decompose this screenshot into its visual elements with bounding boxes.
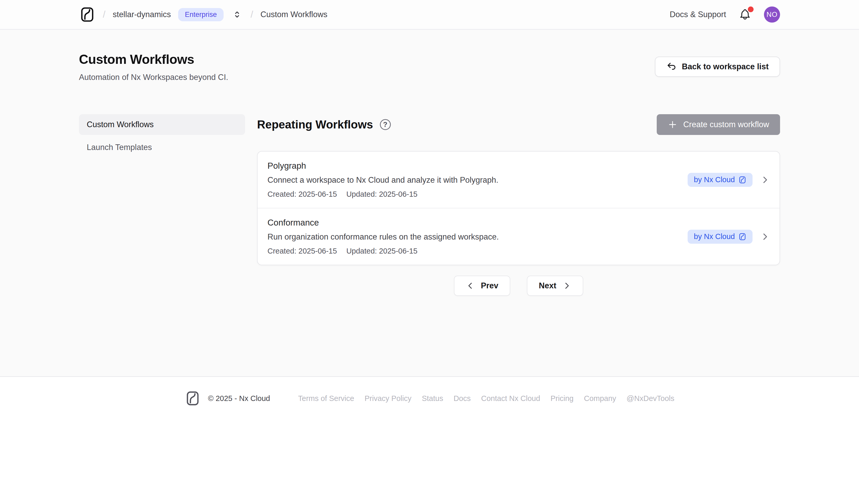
workflow-info: Polygraph Connect a workspace to Nx Clou…	[268, 161, 688, 199]
section-title-wrap: Repeating Workflows ?	[257, 118, 391, 131]
section-header: Repeating Workflows ? Create custom work…	[257, 114, 780, 135]
notifications-button[interactable]	[737, 7, 753, 22]
nx-logo-small-icon	[739, 233, 746, 241]
workflow-row-polygraph[interactable]: Polygraph Connect a workspace to Nx Clou…	[258, 152, 780, 208]
chevron-left-icon	[466, 281, 475, 290]
workflow-created: Created: 2025-06-15	[268, 247, 337, 255]
sidebar-item-custom-workflows[interactable]: Custom Workflows	[79, 114, 245, 135]
page-title: Custom Workflows	[79, 52, 228, 67]
unfold-chevrons-icon	[232, 9, 242, 20]
back-button-label: Back to workspace list	[682, 62, 769, 71]
repeating-workflows-section: Repeating Workflows ? Create custom work…	[257, 114, 780, 296]
page-container: Custom Workflows Automation of Nx Worksp…	[79, 52, 780, 296]
footer-link-nxdevtools[interactable]: @NxDevTools	[627, 394, 674, 403]
help-icon[interactable]: ?	[380, 119, 391, 130]
footer-link-pricing[interactable]: Pricing	[551, 394, 574, 403]
workflow-created: Created: 2025-06-15	[268, 190, 337, 199]
main-content: Custom Workflows Automation of Nx Worksp…	[0, 30, 859, 377]
create-button-label: Create custom workflow	[683, 120, 769, 129]
return-arrow-icon	[666, 61, 677, 72]
footer-brand: © 2025 - Nx Cloud	[185, 390, 270, 407]
next-label: Next	[539, 281, 556, 290]
workflow-updated: Updated: 2025-06-15	[346, 247, 418, 255]
prev-label: Prev	[481, 281, 498, 290]
notification-dot	[748, 6, 754, 12]
footer-link-privacy[interactable]: Privacy Policy	[365, 394, 411, 403]
footer-links: Terms of Service Privacy Policy Status D…	[298, 394, 674, 403]
by-nx-cloud-badge: by Nx Cloud	[688, 230, 753, 244]
footer-link-status[interactable]: Status	[422, 394, 443, 403]
workflow-info: Conformance Run organization conformance…	[268, 218, 688, 255]
avatar[interactable]: NO	[764, 6, 780, 22]
workflow-description: Connect a workspace to Nx Cloud and anal…	[268, 175, 688, 185]
workflow-name: Conformance	[268, 218, 688, 228]
workflow-description: Run organization conformance rules on th…	[268, 232, 688, 242]
page-header-text: Custom Workflows Automation of Nx Worksp…	[79, 52, 228, 82]
page-subtitle: Automation of Nx Workspaces beyond CI.	[79, 73, 228, 82]
prev-page-button[interactable]: Prev	[454, 276, 510, 296]
workflow-row-conformance[interactable]: Conformance Run organization conformance…	[258, 208, 780, 265]
workflows-card: Polygraph Connect a workspace to Nx Clou…	[257, 151, 780, 265]
create-custom-workflow-button[interactable]: Create custom workflow	[657, 114, 780, 135]
docs-support-link[interactable]: Docs & Support	[670, 10, 726, 19]
settings-sidebar: Custom Workflows Launch Templates	[79, 114, 245, 158]
top-navbar: / stellar-dynamics Enterprise / Custom W…	[0, 0, 859, 30]
enterprise-badge: Enterprise	[178, 8, 224, 21]
footer-inner: © 2025 - Nx Cloud Terms of Service Priva…	[0, 390, 859, 407]
workflow-meta: Created: 2025-06-15 Updated: 2025-06-15	[268, 247, 688, 255]
by-nx-cloud-badge: by Nx Cloud	[688, 173, 753, 187]
workflow-updated: Updated: 2025-06-15	[346, 190, 418, 199]
breadcrumb-separator: /	[251, 9, 253, 20]
workspace-switcher-button[interactable]	[231, 8, 243, 21]
footer-link-contact[interactable]: Contact Nx Cloud	[481, 394, 540, 403]
pagination: Prev Next	[257, 276, 780, 296]
chevron-right-icon	[760, 232, 770, 241]
body-grid: Custom Workflows Launch Templates Repeat…	[79, 114, 780, 296]
workflow-name: Polygraph	[268, 161, 688, 171]
back-to-workspace-list-button[interactable]: Back to workspace list	[655, 57, 780, 77]
badge-label: by Nx Cloud	[694, 176, 735, 183]
breadcrumb: / stellar-dynamics Enterprise / Custom W…	[79, 6, 328, 23]
page-footer: © 2025 - Nx Cloud Terms of Service Priva…	[0, 377, 859, 422]
chevron-right-icon	[760, 175, 770, 184]
next-page-button[interactable]: Next	[527, 276, 583, 296]
workflow-row-right: by Nx Cloud	[688, 173, 770, 187]
copyright-text: © 2025 - Nx Cloud	[208, 394, 270, 403]
nx-logo-small-icon	[739, 176, 746, 184]
page-header: Custom Workflows Automation of Nx Worksp…	[79, 52, 780, 82]
footer-link-company[interactable]: Company	[584, 394, 616, 403]
nx-cloud-footer-logo-icon[interactable]	[185, 390, 201, 407]
sidebar-item-launch-templates[interactable]: Launch Templates	[79, 137, 245, 158]
footer-link-terms[interactable]: Terms of Service	[298, 394, 354, 403]
chevron-right-icon	[562, 281, 571, 290]
breadcrumb-workspace[interactable]: stellar-dynamics	[113, 10, 171, 19]
plus-icon	[668, 120, 678, 129]
breadcrumb-section[interactable]: Custom Workflows	[260, 10, 328, 19]
breadcrumb-separator: /	[103, 9, 105, 20]
nx-cloud-logo-icon[interactable]	[79, 6, 95, 23]
section-title: Repeating Workflows	[257, 118, 373, 131]
workflow-meta: Created: 2025-06-15 Updated: 2025-06-15	[268, 190, 688, 199]
footer-link-docs[interactable]: Docs	[454, 394, 471, 403]
badge-label: by Nx Cloud	[694, 233, 735, 240]
navbar-inner: / stellar-dynamics Enterprise / Custom W…	[79, 6, 780, 23]
workflow-row-right: by Nx Cloud	[688, 230, 770, 244]
navbar-actions: Docs & Support NO	[670, 6, 780, 22]
